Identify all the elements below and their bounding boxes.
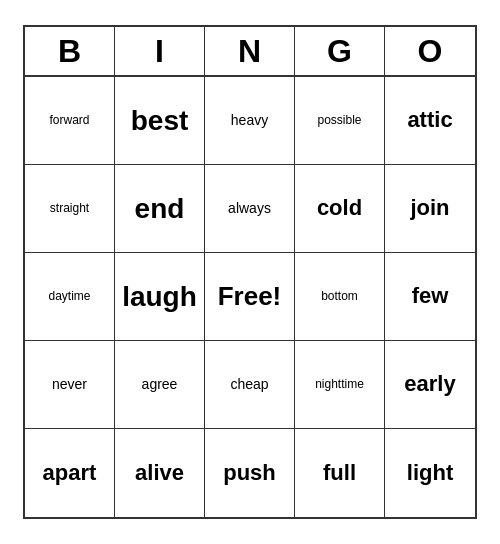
bingo-cell-r1-c1: end [115,165,205,253]
bingo-cell-r1-c4: join [385,165,475,253]
cell-text-r3-c2: cheap [230,376,268,393]
bingo-cell-r4-c3: full [295,429,385,517]
bingo-cell-r0-c0: forward [25,77,115,165]
bingo-cell-r0-c1: best [115,77,205,165]
bingo-cell-r3-c3: nighttime [295,341,385,429]
cell-text-r3-c3: nighttime [315,377,364,391]
cell-text-r4-c3: full [323,460,356,486]
bingo-cell-r1-c3: cold [295,165,385,253]
bingo-cell-r1-c2: always [205,165,295,253]
cell-text-r1-c0: straight [50,201,89,215]
cell-text-r0-c3: possible [317,113,361,127]
bingo-cell-r1-c0: straight [25,165,115,253]
cell-text-r1-c2: always [228,200,271,217]
bingo-cell-r4-c1: alive [115,429,205,517]
cell-text-r0-c2: heavy [231,112,268,129]
cell-text-r3-c1: agree [142,376,178,393]
bingo-card: BINGO forwardbestheavypossibleatticstrai… [23,25,477,519]
bingo-cell-r3-c0: never [25,341,115,429]
cell-text-r0-c1: best [131,104,189,138]
cell-text-r4-c1: alive [135,460,184,486]
cell-text-r4-c2: push [223,460,276,486]
header-cell-b: B [25,27,115,77]
cell-text-r2-c4: few [412,283,449,309]
bingo-cell-r2-c2: Free! [205,253,295,341]
bingo-cell-r2-c4: few [385,253,475,341]
cell-text-r1-c4: join [410,195,449,221]
bingo-cell-r0-c3: possible [295,77,385,165]
bingo-header: BINGO [25,27,475,77]
bingo-cell-r3-c1: agree [115,341,205,429]
cell-text-r0-c0: forward [49,113,89,127]
cell-text-r3-c4: early [404,371,455,397]
cell-text-r4-c0: apart [43,460,97,486]
cell-text-r2-c0: daytime [48,289,90,303]
cell-text-r2-c1: laugh [122,280,197,314]
header-cell-g: G [295,27,385,77]
bingo-cell-r2-c0: daytime [25,253,115,341]
bingo-cell-r3-c2: cheap [205,341,295,429]
cell-text-r2-c2: Free! [218,281,282,312]
header-cell-o: O [385,27,475,77]
cell-text-r3-c0: never [52,376,87,393]
header-cell-n: N [205,27,295,77]
bingo-cell-r4-c4: light [385,429,475,517]
bingo-cell-r2-c1: laugh [115,253,205,341]
bingo-cell-r0-c2: heavy [205,77,295,165]
cell-text-r1-c3: cold [317,195,362,221]
bingo-cell-r4-c2: push [205,429,295,517]
bingo-cell-r4-c0: apart [25,429,115,517]
bingo-cell-r0-c4: attic [385,77,475,165]
bingo-grid: forwardbestheavypossibleatticstraightend… [25,77,475,517]
cell-text-r1-c1: end [135,192,185,226]
cell-text-r2-c3: bottom [321,289,358,303]
bingo-cell-r3-c4: early [385,341,475,429]
header-cell-i: I [115,27,205,77]
bingo-cell-r2-c3: bottom [295,253,385,341]
cell-text-r4-c4: light [407,460,453,486]
cell-text-r0-c4: attic [407,107,452,133]
